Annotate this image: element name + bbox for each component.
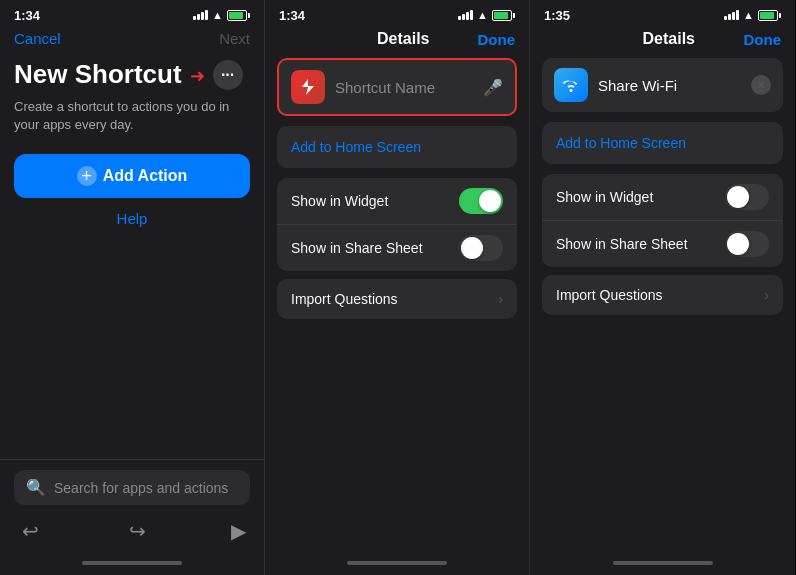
- home-indicator-3: [530, 555, 795, 575]
- details-nav-2: Details Done: [265, 28, 529, 58]
- toggle-section-2: Show in Widget Show in Share Sheet: [277, 178, 517, 271]
- status-time-3: 1:35: [544, 8, 570, 23]
- search-bar[interactable]: 🔍 Search for apps and actions: [14, 470, 250, 505]
- wifi-icon-3: ▲: [743, 9, 754, 21]
- wifi-shortcut-icon: [561, 75, 581, 95]
- home-indicator-1: [0, 555, 264, 575]
- nav-bar-1: Cancel Next: [0, 28, 264, 55]
- show-in-widget-label-2: Show in Widget: [291, 193, 388, 209]
- chevron-right-icon-2: ›: [498, 291, 503, 307]
- signal-icon-3: [724, 10, 739, 20]
- battery-icon-3: [758, 10, 781, 21]
- shortcuts-logo-icon: [298, 77, 318, 97]
- share-wifi-icon: [554, 68, 588, 102]
- signal-icon-1: [193, 10, 208, 20]
- show-share-sheet-row-2: Show in Share Sheet: [277, 225, 517, 271]
- shortcut-icon: [291, 70, 325, 104]
- add-to-home-label-3: Add to Home Screen: [556, 135, 686, 151]
- add-to-home-section-3: Add to Home Screen: [542, 122, 783, 166]
- clear-name-button[interactable]: ✕: [751, 75, 771, 95]
- status-bar-2: 1:34 ▲: [265, 0, 529, 28]
- show-share-sheet-row-3: Show in Share Sheet: [542, 221, 783, 267]
- next-button[interactable]: Next: [219, 30, 250, 47]
- toggle-section-3: Show in Widget Show in Share Sheet: [542, 174, 783, 267]
- status-bar-1: 1:34 ▲: [0, 0, 264, 28]
- shortcut-title-row: New Shortcut ➜ ···: [14, 59, 250, 90]
- details-nav-3: Details Done: [530, 28, 795, 58]
- status-time-2: 1:34: [279, 8, 305, 23]
- import-questions-row-2[interactable]: Import Questions ›: [277, 279, 517, 319]
- panel-1-footer: 🔍 Search for apps and actions ↩ ↪ ▶: [0, 459, 264, 555]
- search-input[interactable]: Search for apps and actions: [54, 480, 228, 496]
- add-action-button[interactable]: + Add Action: [14, 154, 250, 198]
- add-action-label: Add Action: [103, 167, 188, 185]
- status-bar-3: 1:35 ▲: [530, 0, 795, 28]
- help-link[interactable]: Help: [14, 210, 250, 227]
- more-options-button[interactable]: ···: [213, 60, 243, 90]
- show-share-sheet-label-3: Show in Share Sheet: [556, 236, 688, 252]
- shortcut-description: Create a shortcut to actions you do in y…: [14, 98, 250, 134]
- done-button-2[interactable]: Done: [478, 31, 516, 48]
- battery-icon-1: [227, 10, 250, 21]
- add-to-home-label-2: Add to Home Screen: [291, 139, 421, 155]
- cancel-button[interactable]: Cancel: [14, 30, 61, 47]
- search-icon: 🔍: [26, 478, 46, 497]
- panel-new-shortcut: 1:34 ▲ Cancel Next New Shortcut ➜ ··· Cr…: [0, 0, 265, 575]
- redo-button[interactable]: ↪: [125, 515, 150, 547]
- add-to-home-section-2: Add to Home Screen: [277, 126, 517, 170]
- wifi-icon-1: ▲: [212, 9, 223, 21]
- play-button[interactable]: ▶: [231, 519, 246, 543]
- home-indicator-2: [265, 555, 529, 575]
- shortcut-name-field[interactable]: Shortcut Name 🎤: [277, 58, 517, 116]
- page-title: New Shortcut: [14, 59, 182, 90]
- status-time-1: 1:34: [14, 8, 40, 23]
- show-share-sheet-label-2: Show in Share Sheet: [291, 240, 423, 256]
- mic-icon[interactable]: 🎤: [483, 78, 503, 97]
- details-title-2: Details: [329, 30, 478, 48]
- show-in-widget-row-3: Show in Widget: [542, 174, 783, 220]
- panel-1-body: New Shortcut ➜ ··· Create a shortcut to …: [0, 55, 264, 459]
- share-wifi-name-field[interactable]: Share Wi-Fi ✕: [542, 58, 783, 112]
- shortcut-name-input[interactable]: Shortcut Name: [335, 79, 473, 96]
- status-icons-1: ▲: [193, 9, 250, 21]
- import-questions-label-2: Import Questions: [291, 291, 398, 307]
- share-wifi-name-text: Share Wi-Fi: [598, 77, 741, 94]
- show-share-sheet-toggle-2[interactable]: [459, 235, 503, 261]
- wifi-icon-2: ▲: [477, 9, 488, 21]
- show-in-widget-row-2: Show in Widget: [277, 178, 517, 224]
- signal-icon-2: [458, 10, 473, 20]
- bottom-controls: ↩ ↪ ▶: [14, 515, 250, 547]
- undo-button[interactable]: ↩: [18, 515, 43, 547]
- battery-icon-2: [492, 10, 515, 21]
- chevron-right-icon-3: ›: [764, 287, 769, 303]
- arrow-annotation: ➜: [190, 65, 205, 87]
- panel-details-empty: 1:34 ▲ Details Done Shortcut Name 🎤 A: [265, 0, 530, 575]
- status-icons-3: ▲: [724, 9, 781, 21]
- import-questions-row-3[interactable]: Import Questions ›: [542, 275, 783, 315]
- panel-details-share-wifi: 1:35 ▲ Details Done Share Wi-Fi ✕ Add: [530, 0, 795, 575]
- add-to-home-button-2[interactable]: Add to Home Screen: [277, 126, 517, 168]
- import-questions-label-3: Import Questions: [556, 287, 663, 303]
- plus-icon: +: [77, 166, 97, 186]
- done-button-3[interactable]: Done: [744, 31, 782, 48]
- status-icons-2: ▲: [458, 9, 515, 21]
- show-in-widget-toggle-2[interactable]: [459, 188, 503, 214]
- show-in-widget-label-3: Show in Widget: [556, 189, 653, 205]
- show-in-widget-toggle-3[interactable]: [725, 184, 769, 210]
- add-to-home-button-3[interactable]: Add to Home Screen: [542, 122, 783, 164]
- show-share-sheet-toggle-3[interactable]: [725, 231, 769, 257]
- details-title-3: Details: [594, 30, 744, 48]
